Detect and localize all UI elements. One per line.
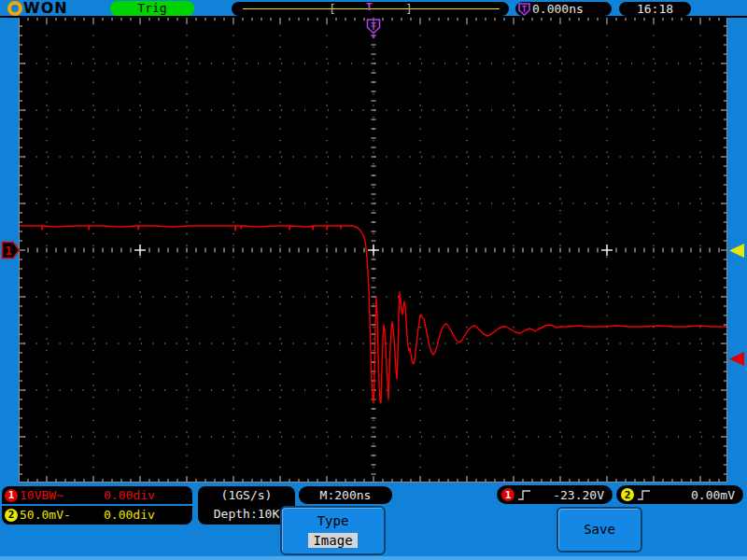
save-button[interactable]: Save [557,507,642,553]
ch1-trigger-badge: 1 [501,488,514,501]
ch1-badge: 1 [5,489,18,502]
trigger-t-marker: T [366,0,373,14]
rising-edge-icon [637,489,651,501]
logo-text: WON [23,1,68,16]
waveform-screen [19,17,727,483]
ch2-trigger-readout: 2 0.00mV [616,485,743,504]
ch1-scale: 10VBW~ [20,488,104,502]
type-button[interactable]: Type Image [280,506,386,555]
bottom-accent-strip [0,556,747,560]
ch1-trigger-readout: 1 -23.20V [497,485,613,504]
type-button-label: Type [282,513,384,528]
trigger-position-bar[interactable]: [ ] T [232,2,509,16]
svg-text:T: T [522,4,528,13]
ch2-trigger-level-arrow[interactable] [729,244,744,258]
ch2-trigger-badge: 2 [621,488,634,501]
trigger-status-badge: Trig [110,1,194,16]
top-bar: WON Trig [ ] T T 0.000ns 16:18 [0,0,747,18]
ch2-position: 0.00div [104,508,155,522]
ch1-position: 0.00div [104,488,155,502]
type-button-value: Image [308,533,357,548]
ch1-trigger-level-arrow[interactable] [729,352,744,366]
clock-display: 16:18 [619,2,691,16]
ch2-scale: 50.0mV- [20,508,104,522]
ch1-status-row: 1 10VBW~ 0.00div [2,486,192,506]
rising-edge-icon [517,489,531,501]
window-bracket-right: ] [405,2,413,16]
channel-status-box: 1 10VBW~ 0.00div 2 50.0mV- 0.00div [2,486,192,525]
ch2-trigger-level: 0.00mV [654,488,739,502]
logo-o-ring-icon [7,1,22,16]
ch2-badge: 2 [5,509,18,522]
svg-text:1: 1 [5,245,11,258]
trigger-offset-display: T 0.000ns [515,2,612,16]
trigger-shield-icon: T [518,3,530,16]
owon-logo: WON [7,1,68,16]
ch1-position-marker[interactable]: 1 [3,243,20,259]
sample-rate: (1GS/s) [198,486,295,505]
ch2-status-row: 2 50.0mV- 0.00div [2,506,192,524]
ch1-trigger-level: -23.20V [534,488,608,502]
trigger-offset-value: 0.000ns [532,2,584,16]
timebase-display: M:200ns [299,486,392,504]
window-bracket-left: [ [329,2,336,16]
